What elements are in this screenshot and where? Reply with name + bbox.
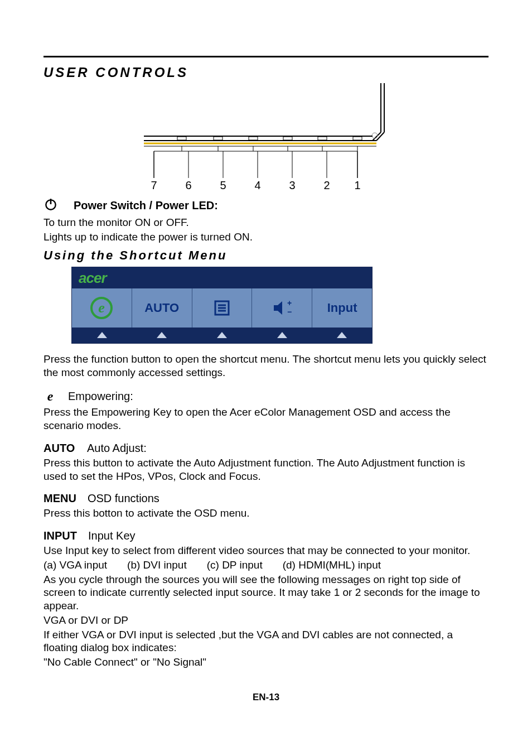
arrow-2 [132,328,192,343]
svg-point-4 [372,133,378,138]
input-tag: INPUT [43,529,77,543]
input-desc1: Use Input key to select from different v… [43,544,489,557]
svg-rect-9 [177,137,186,140]
diagram-num-2: 2 [323,179,330,191]
diagram-num-1: 1 [354,179,360,191]
up-arrow-icon [157,332,167,338]
svg-rect-10 [214,137,223,140]
power-heading: Power Switch / Power LED: [74,199,218,213]
up-arrow-icon [337,332,347,338]
shortcut-menu-header: acer [72,267,372,288]
input-opt-c: (c) DP input [207,558,263,572]
controls-diagram: 7 6 5 4 3 2 1 [94,83,395,195]
menu-cell-input: Input [312,288,372,328]
svg-text:e: e [99,300,105,316]
page-title: USER CONTROLS [43,64,489,81]
auto-desc: Press this button to activate the Auto A… [43,456,489,483]
menu-cell-auto: AUTO [132,288,192,328]
input-name: Input Key [88,529,136,543]
acer-logo: acer [79,269,107,287]
shortcut-menu-figure: acer e AUTO + − I [71,267,373,344]
svg-rect-11 [249,137,258,140]
auto-tag: AUTO [43,441,76,455]
svg-marker-39 [274,301,282,315]
controls-diagram-svg: 7 6 5 4 3 2 1 [94,83,395,195]
power-line1: To turn the monitor ON or OFF. [43,216,489,229]
power-line2: Lights up to indicate the power is turne… [43,230,489,244]
input-vga-line: VGA or DVI or DP [43,614,489,627]
menu-cell-empowering: e [72,288,132,328]
power-icon [43,197,58,215]
diagram-num-5: 5 [220,179,226,191]
arrow-3 [192,328,252,343]
empowering-e-icon: e [89,296,114,320]
input-label: Input [327,300,357,316]
menu-name: OSD functions [88,492,159,505]
shortcut-menu-arrows [72,328,372,343]
menu-cell-menu [192,288,252,328]
up-arrow-icon [97,332,107,338]
diagram-num-6: 6 [185,179,191,191]
svg-rect-13 [318,137,327,140]
input-desc3: If either VGA or DVI input is selected ,… [43,628,489,655]
arrow-5 [312,328,372,343]
svg-text:−: − [287,307,292,316]
input-opt-a: (a) VGA input [43,558,107,572]
auto-name: Auto Adjust: [87,441,147,455]
menu-list-icon [212,298,232,318]
svg-rect-12 [283,137,292,140]
diagram-num-3: 3 [289,179,295,191]
diagram-num-7: 7 [151,179,157,191]
svg-text:+: + [287,298,292,307]
volume-icon: + − [270,298,294,318]
shortcut-heading: Using the Shortcut Menu [43,248,489,263]
auto-label: AUTO [144,300,179,316]
input-opt-b: (b) DVI input [127,558,187,572]
diagram-num-4: 4 [254,179,260,191]
empowering-name: Empowering: [68,389,133,403]
arrow-4 [252,328,312,343]
svg-rect-14 [353,137,362,140]
input-desc4: "No Cable Connect" or "No Signal" [43,656,489,669]
input-desc2: As you cycle through the sources you wil… [43,573,489,613]
menu-cell-volume: + − [252,288,312,328]
shortcut-menu-row: e AUTO + − Input [72,288,372,328]
page-number: EN-13 [43,691,489,703]
input-options-list: (a) VGA input (b) DVI input (c) DP input… [43,558,489,572]
input-opt-d: (d) HDMI(MHL) input [283,558,381,572]
arrow-1 [72,328,132,343]
menu-tag: MENU [43,492,76,505]
shortcut-desc: Press the function button to open the sh… [43,353,489,379]
up-arrow-icon [277,332,287,338]
up-arrow-icon [217,332,227,338]
menu-desc: Press this botton to activate the OSD me… [43,507,489,520]
top-rule [43,56,489,57]
empowering-desc: Press the Empowering Key to open the Ace… [43,406,489,432]
empowering-e-glyph: e [43,388,57,405]
